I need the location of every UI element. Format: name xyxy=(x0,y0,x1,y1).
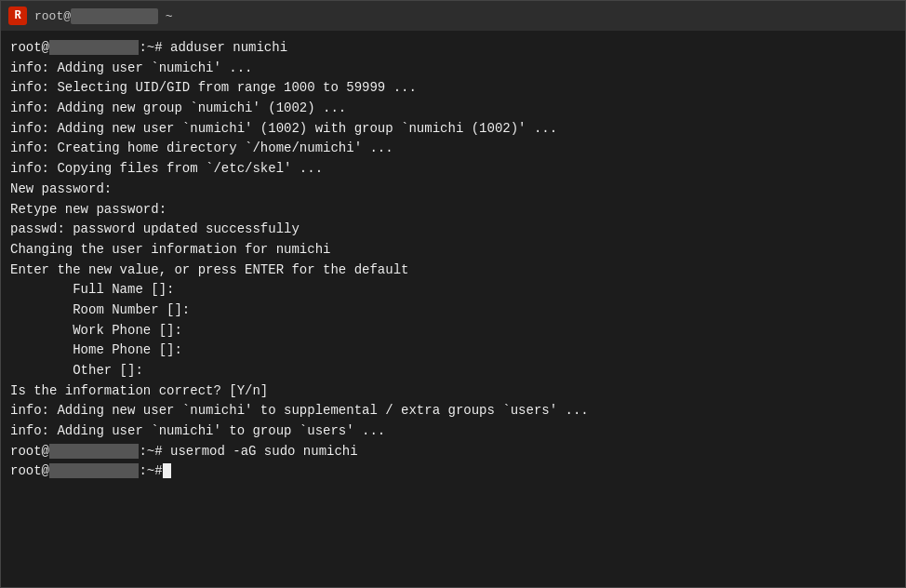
app-icon-label: R xyxy=(14,9,20,22)
line-3: info: Selecting UID/GID from range 1000 … xyxy=(10,78,896,99)
line-20: info: Adding user `numichi' to group `us… xyxy=(10,421,896,442)
line-14: Room Number []: xyxy=(10,301,896,321)
cursor xyxy=(163,463,171,478)
titlebar: R root@ ~ xyxy=(1,1,905,31)
line-1: root@ :~# adduser numichi xyxy=(10,38,896,59)
hostname-1 xyxy=(49,40,139,55)
line-6: info: Creating home directory `/home/num… xyxy=(10,139,896,159)
line-18: Is the information correct? [Y/n] xyxy=(10,381,896,402)
titlebar-title: root@ ~ xyxy=(34,9,172,23)
line-15: Work Phone []: xyxy=(10,321,896,341)
line-8: New password: xyxy=(10,180,896,200)
hostname-3 xyxy=(49,463,139,478)
line-9: Retype new password: xyxy=(10,200,896,220)
line-2: info: Adding user `numichi' ... xyxy=(10,59,896,79)
line-12: Enter the new value, or press ENTER for … xyxy=(10,261,896,281)
hostname-2 xyxy=(49,444,139,459)
line-17: Other []: xyxy=(10,361,896,381)
line-16: Home Phone []: xyxy=(10,341,896,361)
line-19: info: Adding new user `numichi' to suppl… xyxy=(10,401,896,421)
line-13: Full Name []: xyxy=(10,280,896,301)
terminal-body[interactable]: root@ :~# adduser numichi info: Adding u… xyxy=(1,31,905,587)
line-4: info: Adding new group `numichi' (1002) … xyxy=(10,99,896,119)
line-7: info: Copying files from `/etc/skel' ... xyxy=(10,159,896,180)
line-22: root@ :~# xyxy=(10,461,896,482)
line-10: passwd: password updated successfully xyxy=(10,220,896,240)
app-icon: R xyxy=(8,7,27,25)
terminal-window: R root@ ~ root@ :~# adduser numichi info… xyxy=(0,0,906,588)
line-5: info: Adding new user `numichi' (1002) w… xyxy=(10,119,896,140)
titlebar-hostname xyxy=(71,8,158,24)
line-11: Changing the user information for numich… xyxy=(10,240,896,261)
line-21: root@ :~# usermod -aG sudo numichi xyxy=(10,442,896,462)
